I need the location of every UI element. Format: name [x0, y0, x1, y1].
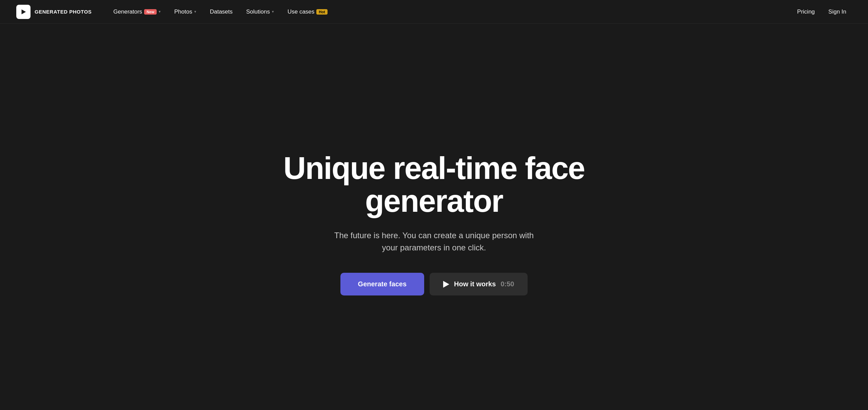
- how-it-works-button[interactable]: How it works 0:50: [430, 273, 528, 295]
- nav-label-photos: Photos: [174, 8, 192, 15]
- nav-item-solutions[interactable]: Solutions ▾: [241, 6, 279, 18]
- hero-title: Unique real-time face generator: [281, 152, 587, 217]
- nav-item-generators[interactable]: Generators New ▾: [108, 6, 166, 18]
- chevron-down-icon: ▾: [159, 9, 161, 14]
- generate-faces-button[interactable]: Generate faces: [340, 273, 424, 295]
- nav-item-datasets[interactable]: Datasets: [204, 6, 238, 18]
- video-duration: 0:50: [500, 280, 514, 288]
- how-it-works-label: How it works: [454, 280, 496, 288]
- nav-links: Generators New ▾ Photos ▾ Datasets Solut…: [108, 6, 792, 18]
- chevron-down-icon: ▾: [272, 9, 274, 14]
- chevron-down-icon: ▾: [194, 9, 196, 14]
- nav-pricing-link[interactable]: Pricing: [792, 6, 820, 18]
- nav-item-usecases[interactable]: Use cases Hot: [282, 6, 333, 18]
- hero-buttons: Generate faces How it works 0:50: [340, 273, 528, 295]
- svg-marker-0: [22, 9, 26, 14]
- play-icon: [443, 281, 449, 288]
- hero-subtitle: The future is here. You can create a uni…: [329, 229, 539, 254]
- logo-link[interactable]: GENERATED PHOTOS: [16, 5, 92, 19]
- nav-label-usecases: Use cases: [288, 8, 314, 15]
- hero-section: Unique real-time face generator The futu…: [0, 24, 868, 410]
- nav-signin-link[interactable]: Sign In: [823, 6, 852, 18]
- logo-text: GENERATED PHOTOS: [35, 9, 92, 15]
- logo-icon: [16, 5, 31, 19]
- nav-item-photos[interactable]: Photos ▾: [169, 6, 202, 18]
- nav-label-generators: Generators: [113, 8, 142, 15]
- nav-label-solutions: Solutions: [246, 8, 270, 15]
- nav-label-datasets: Datasets: [210, 8, 233, 15]
- badge-hot: Hot: [316, 9, 327, 15]
- nav-right: Pricing Sign In: [792, 6, 852, 18]
- badge-new: New: [144, 9, 157, 15]
- navbar: GENERATED PHOTOS Generators New ▾ Photos…: [0, 0, 868, 24]
